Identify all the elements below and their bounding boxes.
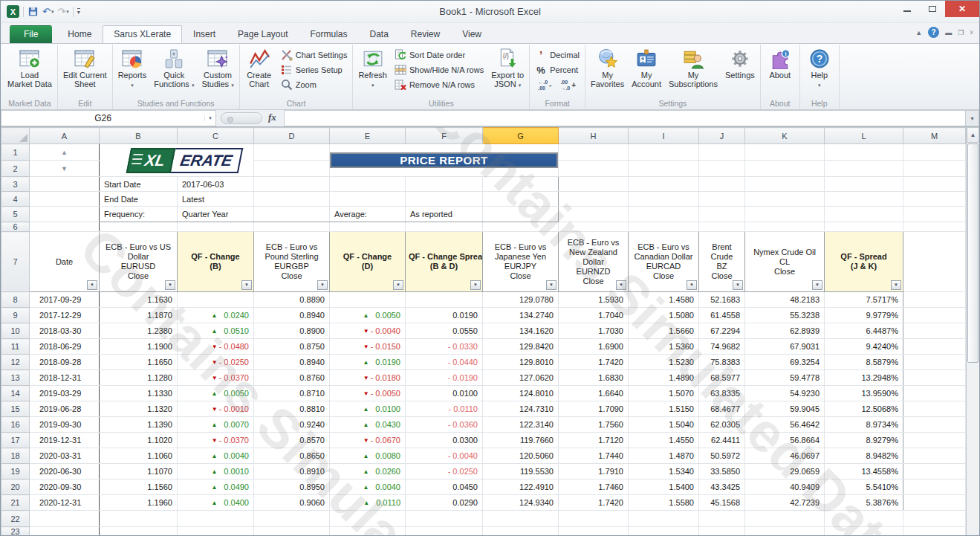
cell-E10[interactable]: ▼- 0.0040 <box>330 323 406 339</box>
cell-C18[interactable]: ▲0.0040 <box>178 448 254 464</box>
cell-D20[interactable]: 0.8950 <box>254 480 330 495</box>
cell-B4[interactable]: End Date <box>100 192 178 207</box>
cell-F4[interactable] <box>406 192 483 207</box>
cell-K12[interactable]: 69.3254 <box>745 355 825 370</box>
export-to-json-button[interactable]: {/}Export toJSON ▾ <box>488 46 527 91</box>
about-button[interactable]: iAbout <box>763 46 797 80</box>
cell-M9[interactable] <box>903 308 966 323</box>
column-header-L[interactable]: L <box>825 128 903 144</box>
tab-home[interactable]: Home <box>56 25 103 43</box>
name-box-dropdown-icon[interactable]: ▾ <box>204 115 215 121</box>
cell-I13[interactable]: 1.4890 <box>629 370 699 386</box>
column-header-I[interactable]: I <box>629 128 699 144</box>
scrollbar-thumb[interactable] <box>967 143 979 363</box>
cell-L22[interactable] <box>825 511 903 527</box>
increase-decimal-button[interactable]: .00→.0+ <box>557 79 579 91</box>
workbook-close-icon[interactable]: ☓ <box>970 29 973 36</box>
cell-K18[interactable]: 46.0697 <box>745 448 825 464</box>
show-hide-n-a-rows-button[interactable]: Show/Hide N/A rows <box>392 62 487 77</box>
cell-A10[interactable]: 2018-03-30 <box>30 323 100 339</box>
close-button[interactable]: ✕ <box>945 1 979 17</box>
cell-K14[interactable]: 54.9230 <box>745 386 825 401</box>
cell-M1[interactable] <box>903 144 966 161</box>
row-header-11[interactable]: 11 <box>1 339 30 355</box>
cell-K3[interactable] <box>745 177 825 192</box>
cell-B11[interactable]: 1.1900 <box>100 339 178 355</box>
cell-M21[interactable] <box>903 495 966 511</box>
cell-L1[interactable] <box>825 144 903 161</box>
cell-D8[interactable]: 0.8890 <box>254 292 330 308</box>
cell-F17[interactable]: 0.0300 <box>406 433 483 448</box>
cell-H9[interactable]: 1.7040 <box>559 308 629 323</box>
remove-n-a-rows-button[interactable]: Remove N/A rows <box>392 77 487 92</box>
cell-K9[interactable]: 55.3238 <box>745 308 825 323</box>
row-header-18[interactable]: 18 <box>1 448 30 464</box>
row-header-20[interactable]: 20 <box>1 480 30 495</box>
cell-G3[interactable] <box>483 177 559 192</box>
cell-A8[interactable]: 2017-09-29 <box>30 292 100 308</box>
cell-E5[interactable]: Average: <box>330 207 406 222</box>
table-header-L[interactable]: QF - Spread(J & K)▼ <box>825 232 903 292</box>
filter-dropdown-icon[interactable]: ▼ <box>87 280 97 290</box>
cell-C6[interactable] <box>178 222 254 232</box>
row-header-10[interactable]: 10 <box>1 323 30 339</box>
cell-G21[interactable]: 124.9340 <box>483 495 559 511</box>
cell-L21[interactable]: 5.3876% <box>825 495 903 511</box>
cell-I22[interactable] <box>629 511 699 527</box>
row-header-1[interactable]: 1 <box>1 144 30 161</box>
cell-A12[interactable]: 2018-09-28 <box>30 355 100 370</box>
cell-J22[interactable] <box>699 511 745 527</box>
row-header-17[interactable]: 17 <box>1 433 30 448</box>
cell-A23[interactable] <box>30 527 100 536</box>
cell-K6[interactable] <box>745 222 825 232</box>
cell-H3[interactable] <box>559 177 629 192</box>
cell-F11[interactable]: - 0.0330 <box>406 339 483 355</box>
column-header-M[interactable]: M <box>903 128 966 144</box>
tab-sarus-xlerate[interactable]: Sarus XLerate <box>103 25 182 43</box>
cell-D6[interactable] <box>254 222 330 232</box>
cell-D14[interactable]: 0.8710 <box>254 386 330 401</box>
cell-K11[interactable]: 67.9031 <box>745 339 825 355</box>
column-header-J[interactable]: J <box>699 128 745 144</box>
cell-A14[interactable]: 2019-03-29 <box>30 386 100 401</box>
cell-F5[interactable]: As reported <box>406 207 483 222</box>
cell-A19[interactable]: 2020-06-30 <box>30 464 100 480</box>
cell-G16[interactable]: 122.3140 <box>483 417 559 433</box>
cell-L18[interactable]: 8.9482% <box>825 448 903 464</box>
cell-G8[interactable]: 129.0780 <box>483 292 559 308</box>
cell-F13[interactable]: - 0.0190 <box>406 370 483 386</box>
cell-A2[interactable]: ▼ <box>30 161 100 177</box>
cell-M6[interactable] <box>903 222 966 232</box>
cell-L10[interactable]: 6.4487% <box>825 323 903 339</box>
cell-E4[interactable] <box>330 192 406 207</box>
cell-L4[interactable] <box>825 192 903 207</box>
cell-H5[interactable] <box>559 207 629 222</box>
cell-B12[interactable]: 1.1650 <box>100 355 178 370</box>
cell-D22[interactable] <box>254 511 330 527</box>
cell-M23[interactable] <box>903 527 966 536</box>
cell-H23[interactable] <box>559 527 629 536</box>
spinner-up-icon[interactable]: ▲ <box>34 149 94 156</box>
cell-L2[interactable] <box>825 161 903 177</box>
cell-E17[interactable]: ▼- 0.0670 <box>330 433 406 448</box>
select-all-corner[interactable] <box>1 128 30 144</box>
table-header-E[interactable]: QF - Change(D)▼ <box>330 232 406 292</box>
edit-current-sheet-button[interactable]: Edit CurrentSheet <box>60 46 110 89</box>
cell-A1[interactable]: ▲ <box>30 144 100 161</box>
cell-L13[interactable]: 13.2948% <box>825 370 903 386</box>
filter-dropdown-icon[interactable]: ▼ <box>470 280 481 290</box>
cell-F6[interactable] <box>406 222 483 232</box>
cell-F20[interactable]: 0.0450 <box>406 480 483 495</box>
table-header-J[interactable]: BrentCrudeBZClose▼ <box>699 232 745 292</box>
redo-button[interactable]: ↷▾ <box>57 6 68 17</box>
cell-B23[interactable] <box>100 527 178 536</box>
cell-B18[interactable]: 1.1060 <box>100 448 178 464</box>
cell-G15[interactable]: 124.7310 <box>483 401 559 417</box>
table-header-B[interactable]: ECB - Euro vs USDollarEURUSDClose▼ <box>100 232 178 292</box>
cell-K1[interactable] <box>745 144 825 161</box>
tab-formulas[interactable]: Formulas <box>299 25 358 43</box>
cell-G14[interactable]: 124.8010 <box>483 386 559 401</box>
tab-view[interactable]: View <box>451 25 493 43</box>
cell-M12[interactable] <box>903 355 966 370</box>
cell-I9[interactable]: 1.5080 <box>629 308 699 323</box>
